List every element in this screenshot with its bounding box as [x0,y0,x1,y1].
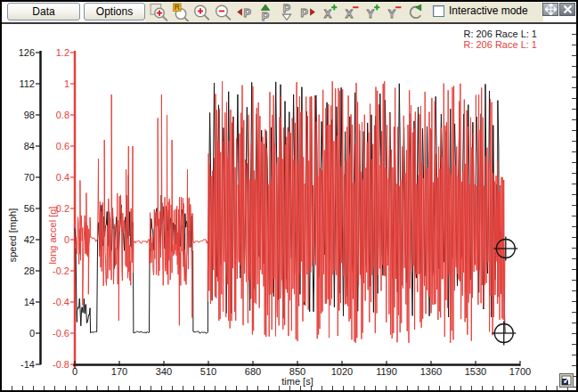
telemetry-chart: 126112988470564228140-141.210.80.60.40.2… [2,2,578,392]
time-tick-label: 1700 [509,366,531,377]
close-icon [563,4,573,14]
svg-text:X: X [324,8,332,20]
resize-icon [561,375,572,386]
svg-text:Y: Y [367,8,375,20]
toolbar: Data Options RPPPPXXYY Interactive mode [2,2,576,22]
speed-axis-title: speed [mph] [7,208,18,263]
speed-tick-label: 126 [19,47,35,58]
speed-tick-label: 56 [24,203,35,214]
time-tick-label: 850 [289,366,305,377]
accel-tick-label: 0 [64,234,69,245]
y-shrink-icon[interactable]: Y [384,3,403,21]
time-tick-label: 170 [111,366,127,377]
y-expand-icon[interactable]: Y [362,3,382,21]
time-tick-label: 1530 [465,366,486,377]
svg-text:P: P [262,11,269,21]
time-tick-label: 680 [245,366,261,377]
cursor-marker[interactable] [493,237,517,261]
speed-tick-label: 28 [24,265,35,276]
speed-tick-label: -14 [20,359,35,370]
legend-entry: R: 206 Race L: 1 [463,29,537,39]
time-tick-label: 1360 [420,366,442,377]
svg-text:P: P [301,7,308,20]
zoom-reset-icon[interactable]: R [170,3,190,21]
zoom-window-icon[interactable] [149,3,168,21]
speed-tick-label: 0 [29,328,35,339]
speed-tick-label: 98 [24,110,35,120]
pan-left-icon[interactable]: P [234,3,254,21]
svg-text:Y: Y [388,8,396,20]
accel-tick-label: 0.8 [56,110,69,120]
accel-tick-label: -0.4 [53,297,69,307]
accel-tick-label: 1.2 [56,47,69,58]
svg-text:R: R [175,3,180,12]
x-shrink-icon[interactable]: X [341,3,361,21]
bottom-ruler [2,386,576,390]
resize-grip-button[interactable] [559,373,574,388]
pan-down-icon[interactable]: P [277,3,297,21]
svg-text:P: P [283,3,290,15]
accel-tick-label: -0.8 [53,359,69,370]
toolbar-icons: RPPPPXXYY [149,3,425,21]
long-accel-trace [75,81,505,343]
time-tick-label: 0 [72,366,77,377]
window-controls [541,3,575,16]
accel-tick-label: -0.6 [53,328,69,339]
accel-tick-label: 0.2 [56,203,69,214]
svg-text:P: P [243,7,250,20]
close-window-button[interactable] [559,3,575,16]
interactive-mode-control: Interactive mode [433,4,528,17]
interactive-mode-checkbox[interactable] [433,5,444,17]
time-tick-label: 510 [200,366,216,377]
accel-axis-title: long accel [g] [47,207,58,265]
accel-tick-label: 0.4 [56,172,69,183]
right-ruler [572,24,576,390]
chart-window: Data Options RPPPPXXYY Interactive mode [0,0,578,392]
toolbar-separator [2,22,576,24]
pan-right-icon[interactable]: P [298,3,318,21]
accel-tick-label: 1 [64,78,69,89]
undo-zoom-icon[interactable] [405,3,425,21]
data-button[interactable]: Data [7,3,80,20]
speed-tick-label: 14 [24,297,35,307]
speed-tick-label: 42 [24,234,35,245]
time-tick-label: 340 [156,366,172,377]
speed-tick-label: 84 [24,141,35,151]
time-tick-label: 1020 [331,366,353,377]
move-icon [545,4,557,15]
time-tick-label: 1190 [376,366,397,377]
move-window-button[interactable] [542,3,558,16]
speed-tick-label: 112 [19,78,35,89]
legend-entry: R: 206 Race L: 1 [463,39,537,50]
interactive-mode-label: Interactive mode [449,4,528,17]
speed-tick-label: 70 [24,172,35,183]
accel-tick-label: -0.2 [53,265,69,276]
x-expand-icon[interactable]: X [320,3,339,21]
zoom-in-icon[interactable] [191,3,211,21]
speed-trace [75,82,505,333]
options-button[interactable]: Options [84,3,145,20]
accel-tick-label: 0.6 [56,141,69,151]
zoom-out-icon[interactable] [213,3,232,21]
cursor-marker[interactable] [492,322,516,346]
pan-up-icon[interactable]: P [256,3,275,21]
svg-text:X: X [346,8,354,20]
